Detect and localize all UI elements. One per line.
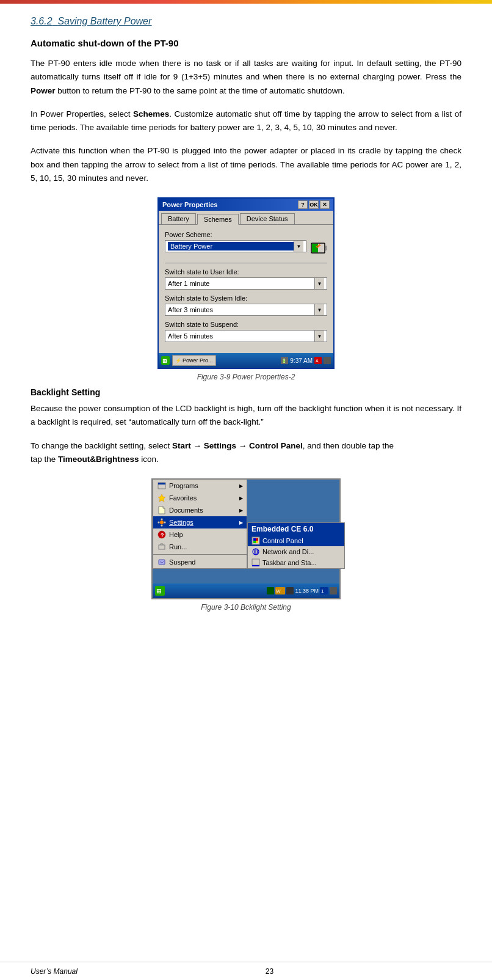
settings-label: Settings	[169, 519, 194, 526]
user-idle-value: After 1 minute	[168, 280, 314, 287]
suspend-value: After 5 minutes	[168, 332, 314, 340]
svg-rect-33	[256, 541, 258, 543]
menu-settings[interactable]: Settings ▶	[153, 516, 247, 528]
documents-arrow: ▶	[239, 508, 243, 513]
power-scheme-value: Battery Power	[168, 242, 294, 250]
svg-text:?: ?	[161, 532, 164, 538]
tab-schemes[interactable]: Schemes	[197, 214, 239, 225]
backlight-paragraph-1: Because the power consumption of the LCD…	[31, 402, 461, 430]
section-number: 3.6.2	[31, 16, 52, 26]
suspend-label: Suspend	[169, 558, 195, 566]
section-heading: Saving Battery Power	[57, 16, 151, 26]
settings-icon	[157, 517, 167, 527]
subsection2-title: Backlight Setting	[31, 387, 461, 397]
svg-point-20	[160, 521, 164, 524]
help-icon: ?	[157, 530, 167, 539]
dialog-titlebar-buttons: ? OK ✕	[298, 200, 330, 209]
system-idle-label: Switch state to System Idle:	[165, 294, 327, 302]
ok-button[interactable]: OK	[309, 200, 319, 209]
wince-desktop: My Device Recycle Bin	[151, 478, 341, 599]
section-title: 3.6.2 Saving Battery Power	[31, 16, 461, 27]
run-label: Run...	[169, 543, 187, 550]
submenu-taskbar[interactable]: Taskbar and Sta...	[248, 557, 344, 568]
svg-rect-32	[253, 541, 256, 543]
backlight-paragraph-2: To change the backlight setting, select …	[31, 439, 461, 467]
svg-rect-38	[252, 565, 259, 566]
subsection1-title: Automatic shut-down of the PT-90	[31, 38, 461, 48]
taskbar-icon	[251, 558, 260, 567]
svg-rect-37	[252, 559, 259, 565]
menu-programs[interactable]: Programs ▶	[153, 480, 247, 492]
wince-taskbar: ⊞ W 11:38 PM 1	[153, 583, 339, 598]
svg-text:A: A	[316, 359, 319, 363]
svg-text:W: W	[276, 588, 281, 594]
favorites-arrow: ▶	[239, 495, 243, 501]
svg-point-24	[164, 522, 166, 524]
figure-1-container: Power Properties ? OK ✕ Battery Schemes …	[31, 197, 461, 381]
suspend-arrow: ▼	[314, 331, 324, 342]
menu-help[interactable]: ? Help	[153, 528, 247, 541]
control-panel-label: Control Panel	[262, 537, 303, 544]
taskbar-power-btn[interactable]: ⚡ Power Pro...	[172, 355, 216, 366]
svg-rect-47	[330, 587, 337, 594]
taskbar-label: Taskbar and Sta...	[262, 559, 317, 566]
paragraph-3: Activate this function when the PT-90 is…	[31, 144, 461, 185]
suspend-dropdown[interactable]: After 5 minutes ▼	[165, 330, 327, 342]
user-idle-dropdown[interactable]: After 1 minute ▼	[165, 277, 327, 290]
svg-text:🔋: 🔋	[281, 358, 287, 364]
run-icon	[157, 542, 167, 552]
battery-icon	[310, 240, 327, 258]
dialog-titlebar: Power Properties ? OK ✕	[159, 199, 333, 211]
svg-rect-27	[159, 545, 165, 549]
menu-documents[interactable]: Documents ▶	[153, 504, 247, 516]
start-menus: Programs ▶ Favorites ▶	[153, 479, 345, 569]
figure-1-caption: Figure 3-9 Power Properties-2	[197, 373, 295, 381]
subsection2-section: Backlight Setting Because the power cons…	[31, 387, 461, 466]
paragraph-2: In Power Properties, select Schemes. Cus…	[31, 108, 461, 135]
close-button[interactable]: ✕	[320, 200, 330, 209]
start-button[interactable]: ⊞	[161, 356, 170, 365]
svg-rect-30	[253, 538, 256, 541]
programs-label: Programs	[169, 482, 198, 489]
svg-rect-1	[325, 246, 327, 250]
svg-text:⊞: ⊞	[156, 588, 161, 594]
footer-page-number: 23	[266, 967, 273, 976]
power-scheme-dropdown[interactable]: Battery Power ▼	[165, 240, 306, 252]
svg-rect-41	[267, 587, 274, 594]
help-button[interactable]: ?	[298, 200, 308, 209]
taskbar-time: 🔋 9:37 AM A	[281, 357, 331, 364]
svg-point-23	[158, 522, 160, 524]
figure-2-caption: Figure 3-10 Bcklight Setting	[201, 603, 291, 612]
tab-device-status[interactable]: Device Status	[240, 213, 295, 224]
wince-taskbar-time: W 11:38 PM 1	[267, 587, 337, 594]
svg-point-22	[161, 525, 163, 527]
separator-1	[165, 263, 327, 263]
svg-marker-19	[158, 494, 165, 502]
submenu-control-panel[interactable]: Control Panel	[248, 535, 344, 546]
ce-badge: Embedded CE 6.0	[248, 523, 344, 535]
tap-instruction: tap the Timeout&Brightness icon.	[31, 455, 159, 464]
menu-run[interactable]: Run...	[153, 541, 247, 553]
documents-label: Documents	[169, 506, 203, 514]
suspend-icon	[157, 557, 167, 567]
favorites-icon	[157, 493, 167, 503]
tab-battery[interactable]: Battery	[161, 213, 196, 224]
footer-left: User’s Manual	[31, 967, 78, 976]
dialog-tabs: Battery Schemes Device Status	[159, 211, 333, 225]
svg-text:1: 1	[321, 588, 324, 594]
svg-rect-12	[324, 357, 331, 364]
settings-submenu: Embedded CE 6.0 Control Panel	[247, 522, 345, 569]
system-idle-dropdown[interactable]: After 3 minutes ▼	[165, 304, 327, 316]
menu-favorites[interactable]: Favorites ▶	[153, 492, 247, 504]
svg-rect-18	[158, 483, 165, 485]
submenu-network[interactable]: Network and Di...	[248, 546, 344, 557]
network-label: Network and Di...	[262, 548, 314, 555]
wince-start-button[interactable]: ⊞	[155, 586, 165, 596]
menu-suspend[interactable]: Suspend	[153, 556, 247, 568]
start-menu: Programs ▶ Favorites ▶	[153, 479, 247, 569]
network-icon	[251, 547, 260, 556]
figure-2-container: My Device Recycle Bin	[31, 478, 461, 612]
svg-rect-28	[159, 560, 165, 565]
dialog-title: Power Properties	[162, 201, 217, 208]
paragraph-1: The PT-90 enters idle mode when there is…	[31, 57, 461, 98]
